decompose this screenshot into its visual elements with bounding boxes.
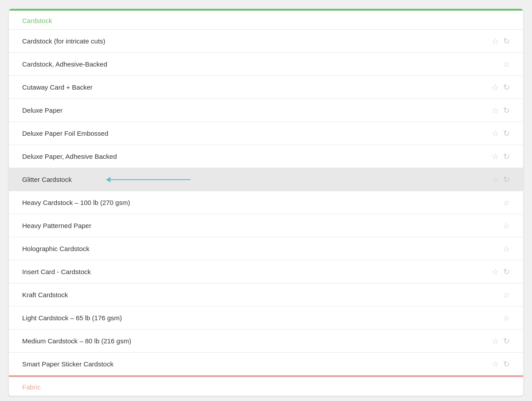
refresh-icon-insert-card[interactable]: ↻ — [503, 268, 510, 276]
item-actions-smart-paper: ☆↻ — [492, 360, 510, 368]
item-label-cardstock-intricate: Cardstock (for intricate cuts) — [22, 37, 492, 45]
star-icon-light-cardstock[interactable]: ☆ — [503, 314, 510, 322]
item-label-light-cardstock: Light Cardstock – 65 lb (176 gsm) — [22, 314, 503, 322]
item-actions-heavy-patterned: ☆ — [503, 222, 510, 230]
star-icon-insert-card[interactable]: ☆ — [492, 268, 499, 276]
list-item-medium-cardstock[interactable]: Medium Cardstock – 80 lb (216 gsm)☆↻ — [9, 329, 523, 352]
item-label-deluxe-adhesive: Deluxe Paper, Adhesive Backed — [22, 153, 492, 160]
item-label-heavy-cardstock: Heavy Cardstock – 100 lb (270 gsm) — [22, 199, 503, 206]
star-icon-medium-cardstock[interactable]: ☆ — [492, 337, 499, 345]
star-icon-heavy-patterned[interactable]: ☆ — [503, 222, 510, 230]
star-icon-glitter-cardstock[interactable]: ☆ — [492, 176, 499, 184]
list-item-smart-paper[interactable]: Smart Paper Sticker Cardstock☆↻ — [9, 352, 523, 375]
item-actions-medium-cardstock: ☆↻ — [492, 337, 510, 345]
list-item-heavy-cardstock[interactable]: Heavy Cardstock – 100 lb (270 gsm)☆ — [9, 191, 523, 214]
refresh-icon-medium-cardstock[interactable]: ↻ — [503, 337, 510, 345]
list-item-cutaway-card[interactable]: Cutaway Card + Backer☆↻ — [9, 75, 523, 98]
item-label-insert-card: Insert Card - Cardstock — [22, 268, 492, 275]
main-container: Cardstock Cardstock (for intricate cuts)… — [9, 9, 523, 396]
star-icon-deluxe-adhesive[interactable]: ☆ — [492, 153, 499, 161]
list-item-heavy-patterned[interactable]: Heavy Patterned Paper☆ — [9, 214, 523, 237]
item-actions-holographic: ☆ — [503, 245, 510, 253]
item-label-heavy-patterned: Heavy Patterned Paper — [22, 222, 503, 229]
star-icon-heavy-cardstock[interactable]: ☆ — [503, 199, 510, 207]
list-item-deluxe-adhesive[interactable]: Deluxe Paper, Adhesive Backed☆↻ — [9, 145, 523, 168]
refresh-icon-glitter-cardstock[interactable]: ↻ — [503, 176, 510, 184]
item-actions-insert-card: ☆↻ — [492, 268, 510, 276]
list-item-deluxe-paper[interactable]: Deluxe Paper☆↻ — [9, 98, 523, 122]
star-icon-cardstock-adhesive[interactable]: ☆ — [503, 60, 510, 68]
item-label-deluxe-paper: Deluxe Paper — [22, 106, 492, 114]
cardstock-section-header: Cardstock — [9, 9, 523, 29]
refresh-icon-smart-paper[interactable]: ↻ — [503, 360, 510, 368]
list-item-cardstock-intricate[interactable]: Cardstock (for intricate cuts)☆↻ — [9, 29, 523, 52]
item-label-deluxe-foil: Deluxe Paper Foil Embossed — [22, 130, 492, 137]
refresh-icon-deluxe-foil[interactable]: ↻ — [503, 130, 510, 138]
item-actions-heavy-cardstock: ☆ — [503, 199, 510, 207]
list-item-light-cardstock[interactable]: Light Cardstock – 65 lb (176 gsm)☆ — [9, 306, 523, 329]
star-icon-deluxe-paper[interactable]: ☆ — [492, 106, 499, 114]
item-label-cardstock-adhesive: Cardstock, Adhesive-Backed — [22, 60, 503, 68]
item-actions-light-cardstock: ☆ — [503, 314, 510, 322]
cardstock-title: Cardstock — [22, 17, 52, 24]
refresh-icon-deluxe-paper[interactable]: ↻ — [503, 106, 510, 114]
list-item-cardstock-adhesive[interactable]: Cardstock, Adhesive-Backed☆ — [9, 52, 523, 75]
item-actions-glitter-cardstock: ☆↻ — [492, 176, 510, 184]
item-actions-deluxe-paper: ☆↻ — [492, 106, 510, 114]
fabric-title: Fabric — [22, 383, 41, 391]
item-actions-deluxe-foil: ☆↻ — [492, 130, 510, 138]
refresh-icon-cutaway-card[interactable]: ↻ — [503, 83, 510, 91]
item-label-glitter-cardstock: Glitter Cardstock — [22, 176, 492, 183]
item-label-holographic: Holographic Cardstock — [22, 245, 503, 252]
star-icon-kraft[interactable]: ☆ — [503, 291, 510, 299]
item-actions-cutaway-card: ☆↻ — [492, 83, 510, 91]
list-item-deluxe-foil[interactable]: Deluxe Paper Foil Embossed☆↻ — [9, 122, 523, 145]
item-label-cutaway-card: Cutaway Card + Backer — [22, 83, 492, 91]
items-list: Cardstock (for intricate cuts)☆↻Cardstoc… — [9, 29, 523, 375]
list-item-kraft[interactable]: Kraft Cardstock☆ — [9, 283, 523, 306]
refresh-icon-deluxe-adhesive[interactable]: ↻ — [503, 153, 510, 161]
star-icon-smart-paper[interactable]: ☆ — [492, 360, 499, 368]
list-item-insert-card[interactable]: Insert Card - Cardstock☆↻ — [9, 260, 523, 283]
item-actions-cardstock-intricate: ☆↻ — [492, 37, 510, 45]
star-icon-holographic[interactable]: ☆ — [503, 245, 510, 253]
star-icon-deluxe-foil[interactable]: ☆ — [492, 130, 499, 138]
item-actions-cardstock-adhesive: ☆ — [503, 60, 510, 68]
fabric-section-header: Fabric — [9, 375, 523, 396]
item-actions-deluxe-adhesive: ☆↻ — [492, 153, 510, 161]
item-actions-kraft: ☆ — [503, 291, 510, 299]
star-icon-cutaway-card[interactable]: ☆ — [492, 83, 499, 91]
item-label-kraft: Kraft Cardstock — [22, 291, 503, 299]
list-item-holographic[interactable]: Holographic Cardstock☆ — [9, 237, 523, 260]
star-icon-cardstock-intricate[interactable]: ☆ — [492, 37, 499, 45]
list-item-glitter-cardstock[interactable]: Glitter Cardstock☆↻ — [9, 168, 523, 191]
item-label-smart-paper: Smart Paper Sticker Cardstock — [22, 360, 492, 368]
refresh-icon-cardstock-intricate[interactable]: ↻ — [503, 37, 510, 45]
item-label-medium-cardstock: Medium Cardstock – 80 lb (216 gsm) — [22, 337, 492, 345]
